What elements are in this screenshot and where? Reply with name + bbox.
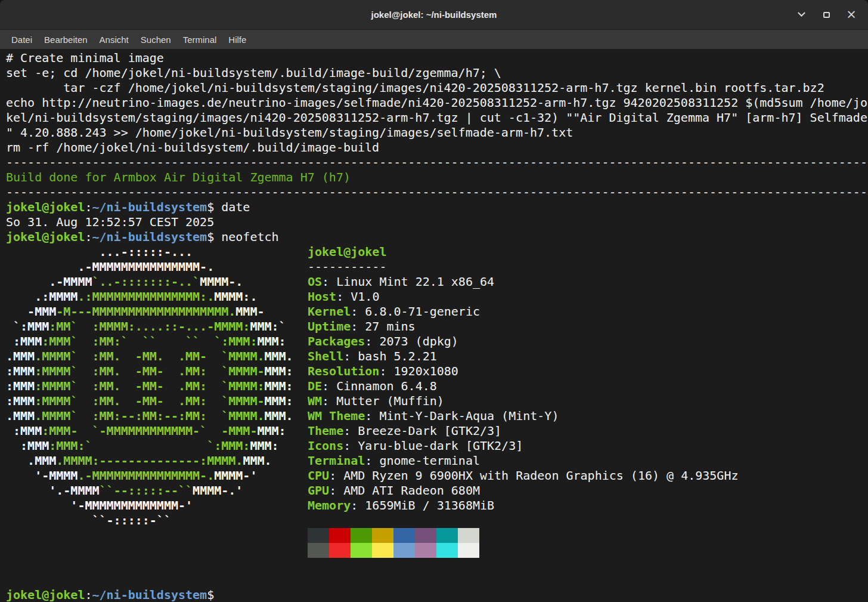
neofetch-info-line: Icons: Yaru-blue-dark [GTK2/3] [308,439,868,453]
neofetch-info-column: jokel@jokel-----------OS: Linux Mint 22.… [308,245,868,558]
ascii-art-line-segment: MMM. [264,409,293,423]
maximize-icon [823,12,830,18]
shell-prompt-line: jokel@jokel:~/ni-buildsystem$ [6,588,868,602]
neofetch-info-line: Shell: bash 5.2.21 [308,349,868,364]
ascii-art-line-segment: MMM: [264,379,293,393]
terminal-window: jokel@jokel: ~/ni-buildsystem × DateiBea… [0,0,868,602]
terminal-line: kel/ni-buildsystem/staging/images/ni420-… [6,110,868,125]
menu-item-bearbeiten[interactable]: Bearbeiten [39,32,93,47]
color-swatch [393,528,415,543]
ascii-art-line-segment: :MMM [6,334,42,348]
neofetch-info: jokel@jokel-----------OS: Linux Mint 22.… [308,245,868,513]
ascii-art-line-segment: MMM:` [250,319,286,334]
ascii-art-line-segment: '-MMMM [6,468,78,483]
terminal-line-segment: ----------------------------------------… [6,155,867,169]
color-swatch [329,543,351,558]
ascii-art-line-segment: `:MMM [6,319,49,334]
ascii-art-line-segment: :MM` :MMMM:....::-...-MMMM: [49,319,250,334]
ascii-art-line-segment: :MMMM` :MM. -MM- .MM: `MMMM- [35,364,264,378]
window-titlebar[interactable]: jokel@jokel: ~/ni-buildsystem × [0,0,868,30]
ascii-art-line-segment: ``--:::::--`` [100,483,193,498]
terminal-line-segment: $ date [207,200,250,214]
terminal-scrollback: # Create minimal imageset -e; cd /home/j… [6,51,868,245]
terminal-line: So 31. Aug 12:52:57 CEST 2025 [6,215,868,230]
terminal-line-segment: tar -czf /home/jokel/ni-buildsystem/stag… [6,81,824,95]
ascii-art-line: :MMM:MMM- `-MMMMMMMMMMMM-` -MMM-MMM: [6,424,308,439]
terminal-line-segment: ~/ni-buildsystem [92,230,207,244]
menu-item-hilfe[interactable]: Hilfe [223,32,252,47]
terminal-line: tar -czf /home/jokel/ni-buildsystem/stag… [6,81,868,95]
ascii-art-line-segment: '.-MMMM [6,483,100,498]
ascii-art-line-segment: MMMM-. [200,274,243,289]
ascii-art-line: .MMM.MMMM:--------------:MMMM.MMM. [6,453,308,468]
neofetch-info-line-segment: : bash 5.2.21 [343,349,437,363]
neofetch-info-line-segment: Resolution [308,364,379,378]
neofetch-ascii-art: ...-:::::-... .-MMMMMMMMMMMMMMM-. .-MMMM… [6,245,308,558]
terminal-line-segment: : [85,230,92,244]
ascii-art-line-segment: MMM. [264,349,293,363]
terminal-line-segment: ----------------------------------------… [6,185,867,199]
neofetch-info-line-segment: : 6.8.0-71-generic [351,304,480,319]
ascii-art-line-segment: .-MMMM [6,274,92,289]
menu-item-ansicht[interactable]: Ansicht [94,32,134,47]
terminal-line-segment: jokel@jokel [6,200,85,214]
menu-item-terminal[interactable]: Terminal [178,32,222,47]
neofetch-info-line-segment: : gnome-terminal [365,453,480,468]
terminal-line-segment: " 4.20.888.243 >> /home/jokel/ni-buildsy… [6,125,573,140]
neofetch-info-line: Uptime: 27 mins [308,319,868,334]
ascii-art-line-segment: :MMM [6,439,49,453]
terminal-line-segment: echo http://neutrino-images.de/neutrino-… [6,95,867,110]
color-swatch [458,543,479,558]
terminal-line-segment: jokel@jokel [6,230,85,244]
ascii-art-line: .MMM.MMMM` :MM:--:MM:--:MM: `MMMM.MMM. [6,409,308,424]
ascii-art-line-segment: :MMM` :MM:` `` `` `:MMM: [42,334,257,348]
ascii-art-line-segment: ...-:::::-... [6,245,193,259]
terminal-line: set -e; cd /home/jokel/ni-buildsystem/.b… [6,66,868,81]
neofetch-info-line-segment: OS [308,274,322,289]
ascii-art-line: .MMM.MMMM` :MM. -MM. .MM- `MMMM.MMM. [6,349,308,364]
palette-row-1 [308,528,868,543]
ascii-art-line-segment: MMMM:. [214,289,257,304]
ascii-art-line: .-MMMM`..-:::::::-..`MMMM-. [6,274,308,289]
neofetch-output: ...-:::::-... .-MMMMMMMMMMMMMMM-. .-MMMM… [6,245,868,558]
ascii-art-line-segment: MMM: [257,334,286,348]
ascii-art-line: :MMM:MMMM` :MM. -MM- .MM: `MMMM-MMM: [6,364,308,379]
close-button[interactable]: × [843,7,860,23]
ascii-art-line: :MMM:MMM` :MM:` `` `` `:MMM:MMM: [6,334,308,349]
ascii-art-line-segment: :MMM:` `:MMM: [49,439,250,453]
palette-row-2 [308,543,868,558]
neofetch-info-line-segment: jokel@jokel [308,245,386,259]
neofetch-info-line: Terminal: gnome-terminal [308,453,868,468]
minimize-button[interactable] [793,7,810,23]
neofetch-info-line-segment: : 2073 (dpkg) [365,334,458,348]
color-swatch [308,543,329,558]
ascii-art-line-segment: .-MMMMMMMMMMMMMMM-. [6,260,214,274]
terminal-line-segment: So 31. Aug 12:52:57 CEST 2025 [6,215,214,229]
neofetch-info-line: DE: Cinnamon 6.4.8 [308,379,868,394]
menu-bar: DateiBearbeitenAnsichtSuchenTerminalHilf… [0,30,868,49]
ascii-art-line-segment: MMM- [235,304,264,319]
color-swatch [351,528,372,543]
neofetch-info-line: WM Theme: Mint-Y-Dark-Aqua (Mint-Y) [308,409,868,424]
menu-item-suchen[interactable]: Suchen [135,32,176,47]
neofetch-info-line-segment: : Yaru-blue-dark [GTK2/3] [343,439,523,453]
terminal-line: jokel@jokel:~/ni-buildsystem$ date [6,200,868,215]
neofetch-info-line-segment: : Mutter (Muffin) [322,394,444,408]
ascii-art-line-segment: :MMM [6,424,42,438]
terminal-screen[interactable]: # Create minimal imageset -e; cd /home/j… [0,49,868,602]
ascii-art-line-segment: MMM: [257,424,286,438]
neofetch-info-line-segment: DE [308,379,322,393]
menu-item-datei[interactable]: Datei [6,32,38,47]
ascii-art-line-segment: :MMMM` :MM. -MM- .MM: `MMMM- [35,394,264,408]
terminal-line: rm -rf /home/jokel/ni-buildsystem/.build… [6,140,868,155]
minimize-icon [798,9,805,17]
neofetch-info-line-segment: : Linux Mint 22.1 x86_64 [322,274,494,289]
ascii-art-line: ``-:::::-`` [6,513,308,528]
maximize-button[interactable] [818,7,835,23]
ascii-art-line-segment: MMM: [264,394,293,408]
neofetch-info-line: Host: V1.0 [308,289,868,304]
color-swatch [458,528,479,543]
terminal-line-segment: Build done for Armbox Air Digital Zgemma… [6,170,351,184]
terminal-line-segment: kel/ni-buildsystem/staging/images/ni420-… [6,110,867,125]
neofetch-info-line-segment: Host [308,289,336,304]
